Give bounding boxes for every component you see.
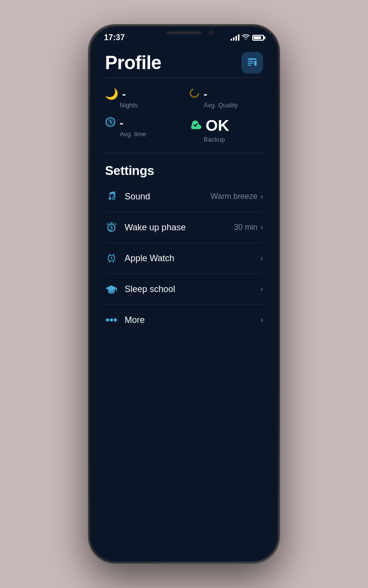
signal-icon (231, 35, 239, 41)
sound-chevron: › (261, 192, 263, 201)
status-time: 17:37 (104, 33, 125, 42)
settings-item-apple-watch[interactable]: Apple Watch › (105, 243, 263, 274)
stat-nights: 🌙 - Nights (105, 88, 179, 109)
more-chevron: › (261, 316, 263, 324)
wakeup-label: Wake up phase (125, 222, 185, 233)
backup-value: OK (206, 117, 229, 135)
settings-item-sleep-school[interactable]: Sleep school › (105, 274, 263, 305)
sound-label: Sound (125, 192, 150, 202)
news-icon (246, 57, 258, 69)
more-label: More (125, 315, 145, 325)
svg-rect-3 (248, 65, 251, 66)
stat-backup: OK Backup (189, 117, 263, 143)
svg-rect-0 (248, 58, 257, 60)
status-icons (231, 34, 264, 42)
svg-line-18 (111, 258, 112, 259)
clock-icon (105, 117, 116, 129)
settings-list: Sound Warm breeze › (105, 181, 263, 335)
settings-item-wakeup[interactable]: Wake up phase 30 min › (105, 212, 263, 243)
notch (145, 26, 223, 42)
svg-line-10 (114, 223, 116, 225)
apple-watch-chevron: › (261, 254, 263, 263)
svg-point-23 (114, 318, 117, 321)
svg-line-13 (109, 254, 109, 256)
wifi-icon (242, 34, 250, 42)
sleep-school-label: Sleep school (125, 284, 175, 294)
svg-point-21 (106, 318, 109, 321)
moon-icon: 🌙 (105, 89, 118, 99)
svg-rect-2 (248, 63, 253, 64)
news-button[interactable] (241, 52, 263, 74)
cloud-icon (189, 120, 202, 132)
nights-label: Nights (120, 101, 138, 109)
wakeup-chevron: › (261, 223, 263, 232)
music-note-icon (105, 190, 118, 203)
header-divider (105, 77, 263, 78)
sleep-school-chevron: › (261, 285, 263, 294)
svg-rect-4 (254, 61, 257, 66)
backup-label: Backup (204, 136, 225, 143)
nights-value: - (122, 88, 126, 100)
stat-avg-quality: - Avg. Quality (189, 88, 263, 109)
page-header: Profile (105, 52, 263, 74)
svg-line-15 (109, 261, 109, 263)
watch-icon (105, 252, 118, 265)
stat-avg-time: - Avg. time (105, 117, 179, 143)
quality-label: Avg. Quality (204, 101, 238, 109)
svg-line-16 (113, 261, 114, 263)
speaker-grille (167, 31, 201, 34)
settings-section: Settings Sound (105, 163, 263, 335)
svg-point-5 (190, 89, 199, 98)
quality-ring-icon (189, 88, 200, 100)
svg-point-11 (108, 224, 115, 232)
avg-time-value: - (120, 117, 123, 129)
settings-item-more[interactable]: More › (105, 305, 263, 335)
sound-value: Warm breeze (210, 192, 257, 201)
wakeup-value: 30 min (234, 223, 258, 232)
dots-icon (105, 314, 118, 326)
svg-rect-1 (248, 61, 253, 62)
graduation-icon (105, 283, 118, 295)
svg-line-9 (107, 223, 108, 225)
svg-point-22 (110, 318, 113, 321)
stats-grid: 🌙 - Nights - Avg. Qua (105, 88, 263, 143)
camera-dot (209, 30, 213, 35)
settings-item-sound[interactable]: Sound Warm breeze › (105, 181, 263, 212)
settings-title: Settings (105, 163, 263, 178)
alarm-clock-icon (105, 221, 118, 234)
svg-line-14 (113, 254, 114, 256)
apple-watch-label: Apple Watch (125, 253, 174, 264)
page-title: Profile (105, 52, 161, 74)
battery-icon (252, 35, 264, 41)
stats-divider (105, 153, 263, 153)
quality-value: - (204, 88, 207, 100)
avg-time-label: Avg. time (120, 130, 146, 138)
